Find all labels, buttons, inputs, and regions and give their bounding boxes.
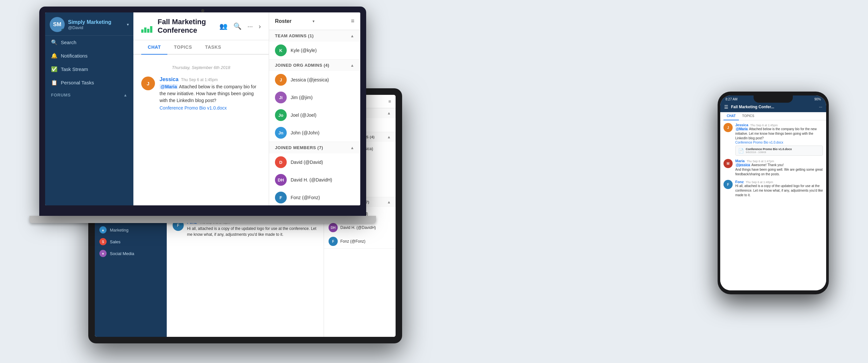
tab-chat[interactable]: CHAT (141, 40, 167, 55)
phone-msg-body-fonz: Fonz Thu Sep 6 at 1:48pm Hi all, attache… (735, 180, 823, 198)
member-name-davidh: David H. (@DavidH) (291, 177, 332, 182)
members-icon[interactable]: 👥 (219, 22, 227, 30)
sidebar-item-task-stream[interactable]: ✅ Task Stream (45, 62, 133, 76)
member-avatar-davidh: DH (275, 174, 287, 186)
phone-menu-icon[interactable]: ☰ (724, 104, 728, 110)
member-name-fonz: Fonz (@Fonz) (340, 239, 366, 244)
personal-tasks-icon: 📋 (51, 80, 58, 86)
phone-sender-maria: Maria (735, 159, 745, 163)
phone-msg-body-maria: Maria Thu Sep 6 at 1:47pm @jessica Aweso… (735, 159, 823, 177)
sidebar-personaltasks-label: Personal Tasks (61, 80, 94, 85)
sidebar-header[interactable]: SM Simply Marketing @David ▾ (45, 12, 133, 36)
member-name-john: John (@John) (291, 130, 319, 135)
laptop: SM Simply Marketing @David ▾ 🔍 Search 🔔 … (39, 6, 366, 229)
forums-section-header[interactable]: FORUMS ▲ (45, 89, 133, 99)
member-john: Jn John (@John) (269, 124, 360, 142)
bar-chart-icon (141, 20, 152, 33)
msg-link-jessica[interactable]: Conference Promo Bio v1.0.docx (159, 105, 261, 111)
chevron-up-icon: ▲ (350, 34, 354, 38)
team-admins-label: TEAM ADMINS (1) (275, 33, 314, 38)
member-avatar-jessica: J (275, 74, 287, 86)
channel-title: Fall Marketing Conference (158, 18, 219, 35)
phone-avatar-maria: M (723, 159, 733, 168)
tablet-member-fonz: F Fonz (@Fonz) (324, 235, 396, 248)
sidebar-notifications-label: Notifications (61, 53, 88, 59)
bar3 (147, 29, 149, 33)
laptop-frame: SM Simply Marketing @David ▾ 🔍 Search 🔔 … (39, 6, 366, 216)
member-avatar-joel: Jo (275, 109, 287, 121)
chevron-up-icon: ▲ (387, 135, 391, 139)
org-admins-header[interactable]: JOINED ORG ADMINS (4) ▲ (269, 60, 360, 71)
member-jim: Ji Jim (@jim) (269, 89, 360, 106)
laptop-base (29, 216, 376, 223)
sidebar-item-personal-tasks[interactable]: 📋 Personal Tasks (45, 76, 133, 89)
bar4 (150, 26, 152, 33)
members-label: JOINED MEMBERS (7) (275, 145, 323, 150)
team-admins-header[interactable]: TEAM ADMINS (1) ▲ (269, 30, 360, 41)
org-name: Simply Marketing (68, 19, 111, 25)
phone-text-fonz: Hi all, attached is a copy of the update… (735, 184, 823, 198)
phone-notch (753, 95, 793, 103)
search-icon: 🔍 (51, 39, 58, 46)
sidebar-taskstream-label: Task Stream (61, 66, 88, 72)
phone-tab-chat[interactable]: CHAT (723, 112, 739, 120)
phone-msg-header-maria: Maria Thu Sep 6 at 1:47pm (735, 159, 823, 163)
tab-topics[interactable]: TOPICS (167, 40, 198, 55)
member-avatar-fonz: F (275, 192, 287, 204)
msg-time-jessica: Thu Sep 6 at 1:45pm (181, 78, 218, 82)
search-icon[interactable]: 🔍 (234, 22, 242, 30)
team-label-sales: Sales (110, 239, 121, 244)
username: @David (68, 25, 111, 30)
phone-msg-header-fonz: Fonz Thu Sep 6 at 1:48pm (735, 180, 823, 184)
phone-time: 8:27 AM (725, 97, 738, 101)
bar2 (144, 28, 147, 33)
bar1 (141, 29, 144, 33)
phone-time-jessica: Thu Sep 6 at 1:45pm (750, 124, 778, 127)
phone-time-fonz: Thu Sep 6 at 1:48pm (746, 181, 773, 184)
member-name-jim: Jim (@jim) (291, 95, 313, 100)
channel-tabs: CHAT TOPICS TASKS (133, 40, 269, 55)
phone-more-icon[interactable]: ··· (819, 104, 822, 109)
phone-tab-topics[interactable]: TOPICS (739, 112, 757, 120)
phone-sender-jessica: Jessica (735, 123, 748, 127)
phone-msg-header-jessica: Jessica Thu Sep 6 at 1:45pm (735, 123, 823, 127)
phone-link-jessica[interactable]: Conference Promo Bio v1.0.docx (735, 141, 823, 144)
channel-header: Fall Marketing Conference 👥 🔍 ··· › (133, 12, 269, 40)
more-icon[interactable]: ··· (247, 23, 253, 30)
phone-time-maria: Thu Sep 6 at 1:47pm (747, 159, 774, 163)
sidebar-item-search[interactable]: 🔍 Search (45, 36, 133, 49)
msg-avatar-jessica: J (141, 77, 155, 90)
phone-channel-title: Fall Marketing Confer... (731, 104, 816, 109)
channel-actions: 👥 🔍 ··· › (219, 22, 261, 30)
tab-tasks[interactable]: TASKS (198, 40, 227, 55)
team-icon-sales: $ (99, 238, 106, 245)
members-header[interactable]: JOINED MEMBERS (7) ▲ (269, 142, 360, 153)
team-icon-social-media: ♦ (99, 250, 106, 257)
tablet-team-social-media[interactable]: ♦ Social Media (95, 247, 167, 259)
msg-sender-jessica: Jessica (159, 77, 179, 83)
phone-screen: 8:27 AM 90% ☰ Fall Marketing Confer... ·… (720, 95, 826, 291)
roster-dropdown-icon[interactable]: ▾ (313, 19, 314, 24)
chevron-up-icon: ▲ (387, 200, 391, 204)
msg-header-jessica: Jessica Thu Sep 6 at 1:45pm (159, 77, 261, 83)
doc-icon: 📄 (738, 148, 744, 153)
msg-text-jessica: @Maria Attached below is the company bio… (159, 83, 261, 104)
tablet-team-sales[interactable]: $ Sales (95, 236, 167, 247)
roster-filter-icon[interactable]: ≡ (389, 99, 391, 104)
expand-icon[interactable]: › (258, 23, 261, 30)
phone-msg-body-jessica: Jessica Thu Sep 6 at 1:45pm @Maria Attac… (735, 123, 823, 156)
roster-filter-icon[interactable]: ≡ (351, 18, 355, 25)
task-stream-icon: ✅ (51, 66, 58, 72)
phone-avatar-fonz: F (723, 180, 733, 189)
sidebar-search-label: Search (61, 39, 76, 45)
team-label-social-media: Social Media (110, 251, 134, 256)
online-indicator (61, 29, 64, 31)
member-joel: Jo Joel (@Joel) (269, 106, 360, 124)
member-davidh: DH David H. (@DavidH) (269, 171, 360, 189)
sidebar-item-notifications[interactable]: 🔔 Notifications (45, 49, 133, 62)
phone-chat-area: J Jessica Thu Sep 6 at 1:45pm @Maria Att… (720, 120, 826, 291)
avatar: SM (50, 17, 65, 32)
chevron-up-icon: ▲ (350, 146, 354, 150)
member-name-david: David (@David) (291, 159, 323, 165)
phone-battery: 90% (814, 97, 821, 101)
